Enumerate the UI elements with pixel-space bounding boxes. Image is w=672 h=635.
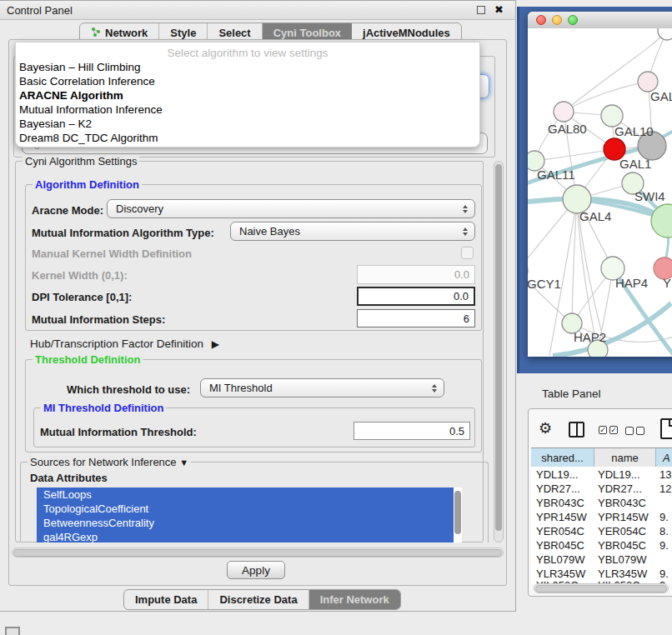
data-attributes-list[interactable]: SelfLoops TopologicalCoefficient Between… bbox=[37, 488, 454, 542]
list-item-betweennesscentrality[interactable]: BetweennessCentrality bbox=[37, 516, 454, 530]
dropdown-item-dream8[interactable]: Dream8 DC_TDC Algorithm bbox=[16, 131, 479, 145]
mi-algorithm-type-value: Naive Bayes bbox=[239, 225, 300, 238]
attributes-list-scrollbar[interactable] bbox=[454, 488, 462, 542]
close-traffic-light[interactable] bbox=[536, 15, 546, 25]
node-gal80 bbox=[554, 102, 574, 122]
label-gal11: GAL11 bbox=[537, 168, 575, 182]
table-body[interactable]: YDL19...YDL19...13 YDR27...YDR27...12 YB… bbox=[531, 467, 672, 584]
settings-horizontal-scrollbar[interactable] bbox=[12, 548, 504, 558]
collapsed-arrow-icon: ▶ bbox=[212, 338, 219, 350]
label-gcy1: GCY1 bbox=[528, 277, 561, 291]
column-header-partial[interactable]: A bbox=[656, 448, 672, 468]
bottom-tabbar: Impute Data Discretize Data Infer Networ… bbox=[123, 589, 401, 610]
table-row: YLR345W bbox=[536, 568, 585, 580]
table-panel: ⚙ ✓✓ shared... name A YDL19...YDL19...13… bbox=[528, 408, 672, 597]
table-settings-button[interactable]: ⚙ bbox=[539, 419, 552, 438]
dpi-tolerance-label: DPI Tolerance [0,1]: bbox=[32, 291, 132, 303]
aracne-mode-value: Discovery bbox=[116, 202, 163, 215]
hub-definition-toggle[interactable]: Hub/Transcription Factor Definition ▶ bbox=[30, 338, 219, 350]
table-row: YBR043C bbox=[536, 497, 584, 509]
network-window-titlebar bbox=[528, 12, 672, 29]
mi-threshold-label: Mutual Information Threshold: bbox=[40, 426, 197, 438]
select-all-checkboxes-icon[interactable]: ✓✓ bbox=[599, 426, 618, 434]
table-horizontal-scrollbar[interactable] bbox=[534, 583, 669, 593]
stepper-icon bbox=[463, 228, 468, 236]
network-view-window: GAL GAL80 GAL10 GAL1 GAL11 SWI4 GAL4 HAP… bbox=[528, 12, 672, 357]
table-header-row: shared... name A bbox=[531, 448, 672, 468]
label-gal-cut: GAL bbox=[650, 89, 672, 103]
sources-title[interactable]: Sources for Network Inference ▼ bbox=[28, 456, 191, 468]
dpi-tolerance-field[interactable]: 0.0 bbox=[357, 287, 475, 306]
list-item-selfloops[interactable]: SelfLoops bbox=[37, 488, 454, 502]
mi-threshold-field[interactable]: 0.5 bbox=[354, 422, 470, 440]
aracne-mode-label: Aracne Mode: bbox=[32, 204, 103, 217]
list-item-topologicalcoefficient[interactable]: TopologicalCoefficient bbox=[37, 502, 454, 516]
threshold-definition-title: Threshold Definition bbox=[33, 353, 143, 366]
kernel-width-field: 0.0 bbox=[357, 265, 475, 284]
node-big-green bbox=[651, 204, 672, 238]
label-gal1: GAL1 bbox=[619, 157, 651, 171]
mi-threshold-definition-title: MI Threshold Definition bbox=[41, 402, 166, 414]
dropdown-item-bayesian-hill-climbing[interactable]: Bayesian – Hill Climbing bbox=[16, 60, 479, 74]
expanded-arrow-icon: ▼ bbox=[179, 458, 188, 468]
zoom-traffic-light[interactable] bbox=[568, 15, 578, 25]
dropdown-item-bayesian-k2[interactable]: Bayesian – K2 bbox=[16, 117, 479, 131]
which-threshold-value: MI Threshold bbox=[209, 382, 273, 394]
mi-steps-field[interactable]: 6 bbox=[357, 309, 475, 328]
label-swi4: SWI4 bbox=[634, 189, 665, 203]
table-row: YER054C bbox=[536, 525, 584, 538]
manual-kernel-width-label: Manual Kernel Width Definition bbox=[32, 248, 192, 260]
column-header-name[interactable]: name bbox=[594, 448, 656, 468]
column-layout-icon[interactable] bbox=[569, 422, 584, 438]
stepper-icon bbox=[432, 384, 437, 392]
control-panel-titlebar: Control Panel ✖ bbox=[0, 1, 515, 20]
minimize-traffic-light[interactable] bbox=[552, 15, 562, 25]
data-attributes-label: Data Attributes bbox=[30, 472, 108, 484]
label-gal4: GAL4 bbox=[579, 209, 611, 223]
app-root: { "colors":{"selection_blue":"#3a68c8","… bbox=[0, 0, 672, 635]
label-gal80: GAL80 bbox=[548, 122, 587, 136]
dropdown-item-aracne[interactable]: ARACNE Algorithm bbox=[16, 88, 479, 102]
which-threshold-label: Which threshold to use: bbox=[67, 383, 190, 396]
list-item-gal4rgexp[interactable]: gal4RGexp bbox=[37, 530, 454, 542]
collapsed-panel-icon[interactable] bbox=[5, 627, 20, 635]
tab-infer-network[interactable]: Infer Network bbox=[309, 590, 400, 609]
column-header-shared-name[interactable]: shared... bbox=[531, 448, 594, 468]
network-graph-canvas[interactable]: GAL GAL80 GAL10 GAL1 GAL11 SWI4 GAL4 HAP… bbox=[528, 28, 672, 357]
table-panel-title: Table Panel bbox=[542, 388, 601, 400]
tab-discretize-data[interactable]: Discretize Data bbox=[208, 590, 308, 609]
cyni-algorithm-settings-title: Cyni Algorithm Settings bbox=[23, 155, 139, 168]
node-labels: GAL GAL80 GAL10 GAL1 GAL11 SWI4 GAL4 HAP… bbox=[528, 89, 672, 344]
algorithm-dropdown-popup: Select algorithm to view settings Bayesi… bbox=[15, 42, 480, 148]
label-y-cut: Y bbox=[663, 276, 671, 290]
deselect-all-checkboxes-icon[interactable] bbox=[625, 427, 644, 435]
new-table-icon[interactable] bbox=[660, 418, 672, 439]
manual-kernel-width-checkbox[interactable] bbox=[461, 247, 474, 259]
dropdown-prompt: Select algorithm to view settings bbox=[16, 46, 479, 60]
label-gal10: GAL10 bbox=[614, 124, 654, 138]
which-threshold-combobox[interactable]: MI Threshold bbox=[200, 378, 444, 398]
mi-algorithm-type-label: Mutual Information Algorithm Type: bbox=[32, 227, 214, 239]
table-row: YDL19... bbox=[536, 468, 579, 481]
float-window-icon[interactable] bbox=[477, 6, 485, 14]
tab-impute-data[interactable]: Impute Data bbox=[124, 590, 208, 609]
mi-steps-label: Mutual Information Steps: bbox=[32, 313, 165, 326]
table-row: YDR27... bbox=[536, 482, 580, 495]
settings-vertical-scrollbar[interactable] bbox=[494, 161, 504, 542]
apply-button[interactable]: Apply bbox=[227, 561, 285, 579]
algorithm-definition-title: Algorithm Definition bbox=[33, 178, 142, 191]
network-icon bbox=[91, 27, 101, 40]
dropdown-item-mutual-information[interactable]: Mutual Information Inference bbox=[16, 102, 479, 117]
dropdown-item-basic-correlation[interactable]: Basic Correlation Inference bbox=[16, 74, 479, 88]
control-panel-title: Control Panel bbox=[7, 4, 73, 17]
control-panel-window: Control Panel ✖ Network Style Select Cyn… bbox=[0, 0, 516, 612]
table-row: YBL079W bbox=[536, 553, 585, 566]
mi-algorithm-type-combobox[interactable]: Naive Bayes bbox=[230, 222, 475, 241]
kernel-width-label: Kernel Width (0,1): bbox=[32, 269, 128, 282]
close-icon[interactable]: ✖ bbox=[494, 3, 504, 16]
label-hap4: HAP4 bbox=[615, 276, 648, 290]
aracne-mode-combobox[interactable]: Discovery bbox=[107, 199, 475, 218]
table-row: YBR045C bbox=[536, 539, 584, 552]
table-row: YPR145W bbox=[536, 511, 587, 523]
stepper-icon bbox=[463, 205, 468, 213]
